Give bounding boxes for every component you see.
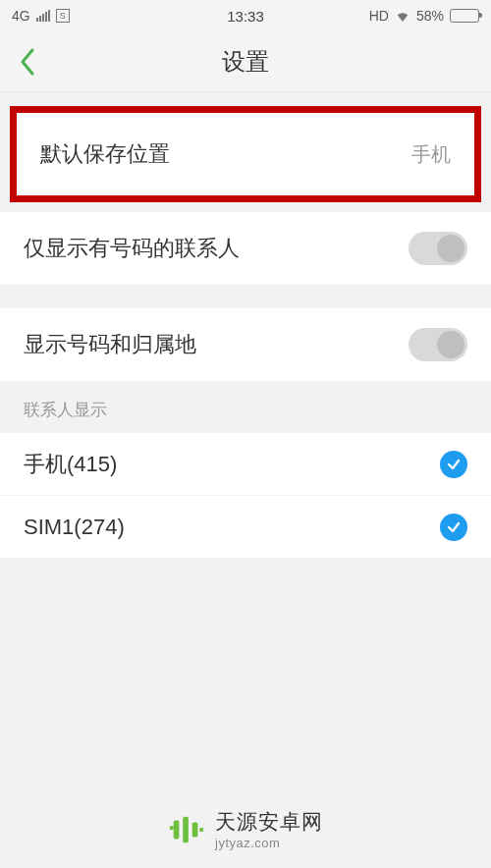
watermark-title: 天源安卓网	[215, 808, 323, 836]
section-header-contacts: 联系人显示	[0, 381, 491, 433]
svg-rect-0	[174, 820, 180, 839]
toggle-show-number-location[interactable]	[409, 328, 467, 361]
spacer	[0, 285, 491, 308]
status-left: 4G S	[12, 8, 70, 24]
toggle-knob-icon	[437, 235, 464, 262]
sim-s-icon: S	[56, 9, 70, 23]
list-item-label: 手机(415)	[24, 450, 117, 479]
watermark-url: jytyaz.com	[215, 836, 323, 850]
toggle-knob-icon	[437, 331, 464, 358]
contact-display-phone[interactable]: 手机(415)	[0, 433, 491, 496]
row-label: 仅显示有号码的联系人	[24, 234, 240, 263]
hd-label: HD	[369, 8, 389, 24]
row-label: 默认保存位置	[40, 139, 170, 169]
status-bar: 4G S 13:33 HD 58%	[0, 0, 491, 31]
row-show-number-location[interactable]: 显示号码和归属地	[0, 308, 491, 381]
status-time: 13:33	[227, 8, 264, 25]
svg-rect-1	[183, 816, 189, 842]
battery-percent: 58%	[416, 8, 444, 24]
svg-rect-3	[170, 826, 174, 830]
check-icon	[440, 514, 467, 541]
header-bar: 设置	[0, 31, 491, 92]
row-value: 手机	[411, 141, 451, 168]
row-default-save-location[interactable]: 默认保存位置 手机	[17, 113, 474, 195]
signal-icon	[36, 10, 50, 22]
toggle-only-number-contacts[interactable]	[409, 232, 467, 265]
network-type-label: 4G	[12, 8, 30, 24]
battery-icon	[450, 9, 479, 23]
contact-display-sim1[interactable]: SIM1(274)	[0, 496, 491, 559]
watermark-logo-icon	[168, 811, 205, 848]
watermark: 天源安卓网 jytyaz.com	[0, 808, 491, 850]
row-only-number-contacts[interactable]: 仅显示有号码的联系人	[0, 212, 491, 285]
check-icon	[440, 451, 467, 478]
row-label: 显示号码和归属地	[24, 330, 196, 359]
svg-rect-2	[192, 822, 198, 837]
list-item-label: SIM1(274)	[24, 515, 125, 540]
watermark-text: 天源安卓网 jytyaz.com	[215, 808, 323, 850]
chevron-left-icon	[18, 47, 35, 77]
page-title: 设置	[222, 46, 269, 78]
back-button[interactable]	[0, 31, 53, 91]
highlight-annotation: 默认保存位置 手机	[10, 106, 481, 202]
svg-rect-4	[199, 828, 203, 832]
wifi-icon	[395, 10, 410, 22]
status-right: HD 58%	[369, 8, 479, 24]
